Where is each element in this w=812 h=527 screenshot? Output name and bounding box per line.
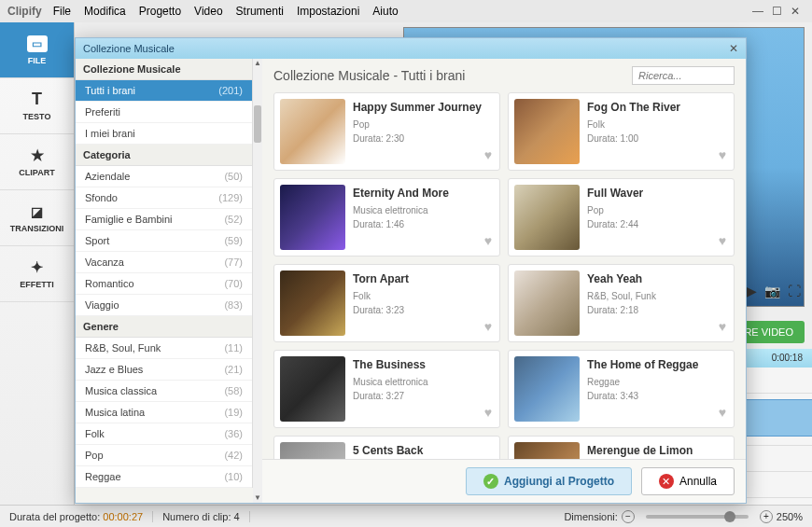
sidebar-item-latina[interactable]: Musica latina(19) (76, 402, 252, 423)
sidebar-item-favorites[interactable]: Preferiti (76, 102, 252, 123)
zoom-out-button[interactable]: − (622, 510, 635, 523)
favorite-icon[interactable]: ♥ (719, 233, 726, 248)
sidebar-scrollbar[interactable]: ▲ ▼ (253, 59, 262, 503)
sidebar-item-sport[interactable]: Sport(59) (76, 230, 252, 252)
track-card[interactable]: Eternity And MoreMusica elettronicaDurat… (273, 178, 500, 257)
sidebar-file-label: FILE (28, 56, 47, 65)
sidebar-tab-text[interactable]: TTESTO (0, 78, 74, 134)
sidebar-item-pop[interactable]: Pop(42) (76, 445, 252, 466)
track-card[interactable]: Happy Summer JourneyPopDurata: 2:30♥ (273, 92, 500, 171)
sidebar-tab-file[interactable]: ▭FILE (0, 22, 74, 78)
track-card[interactable]: Full WaverPopDurata: 2:44♥ (508, 178, 735, 257)
track-genre: Reggae (587, 375, 728, 389)
track-duration: Durata: 2:18 (587, 303, 728, 317)
scroll-down-arrow[interactable]: ▼ (253, 493, 262, 503)
track-title: Happy Summer Journey (353, 99, 494, 116)
track-genre: Pop (587, 203, 728, 217)
sidebar-item-reggae[interactable]: Reggae(10) (76, 466, 252, 488)
cancel-icon: ✕ (659, 474, 674, 489)
menubar: Clipify File Modifica Progetto Video Str… (0, 0, 812, 22)
zoom-in-button[interactable]: + (760, 510, 773, 523)
favorite-icon[interactable]: ♥ (484, 405, 492, 420)
modal-titlebar[interactable]: Collezione Musicale ✕ (76, 38, 746, 59)
sidebar-item-classical[interactable]: Musica classica(58) (76, 381, 252, 402)
maximize-button[interactable]: ☐ (767, 5, 786, 18)
sidebar-item-background[interactable]: Sfondo(129) (76, 187, 252, 209)
add-button-label: Aggiungi al Progetto (504, 475, 614, 488)
track-card[interactable]: The Home of ReggaeReggaeDurata: 3:43♥ (508, 350, 735, 428)
track-title: Full Waver (587, 185, 728, 201)
track-duration: Durata: 1:46 (353, 217, 494, 231)
sidebar-item-my-tracks[interactable]: I miei brani (76, 123, 252, 145)
track-genre: Folk (587, 118, 728, 132)
app-logo: Clipify (7, 5, 42, 18)
clip-count: Numero di clip: 4 (162, 511, 250, 522)
track-card[interactable]: Merengue de LimonMusica latina♥ (508, 436, 735, 459)
sidebar-item-folk[interactable]: Folk(36) (76, 423, 252, 445)
sidebar-section-genre: Genere (76, 316, 252, 338)
camera-icon[interactable]: 📷 (764, 284, 780, 298)
track-title: 5 Cents Back (353, 442, 494, 459)
favorite-icon[interactable]: ♥ (484, 233, 492, 248)
status-bar: Durata del progetto: 00:00:27 Numero di … (0, 505, 812, 527)
track-card[interactable]: Yeah YeahR&B, Soul, FunkDurata: 2:18♥ (508, 264, 735, 342)
favorite-icon[interactable]: ♥ (719, 319, 726, 334)
track-title: The Home of Reggae (587, 356, 728, 373)
search-input[interactable] (632, 66, 735, 85)
project-duration: Durata del progetto: 00:00:27 (9, 511, 153, 522)
favorite-icon[interactable]: ♥ (719, 147, 726, 162)
preview-controls: ▶ 📷 ⛶ (747, 284, 801, 298)
sidebar-item-jazz[interactable]: Jazz e Blues(21) (76, 359, 252, 381)
track-card[interactable]: Torn ApartFolkDurata: 3:23♥ (273, 264, 500, 342)
favorite-icon[interactable]: ♥ (719, 405, 726, 420)
track-card[interactable]: 5 Cents BackRock♥ (273, 436, 500, 459)
sidebar-item-business[interactable]: Aziendale(50) (76, 166, 252, 187)
sidebar-item-rnb[interactable]: R&B, Soul, Funk(11) (76, 338, 252, 359)
play-icon[interactable]: ▶ (747, 284, 757, 298)
menu-edit[interactable]: Modifica (84, 5, 126, 18)
menu-project[interactable]: Progetto (139, 5, 181, 18)
sidebar-item-romantic[interactable]: Romantico(70) (76, 273, 252, 295)
sidebar-tab-clipart[interactable]: ★CLIPART (0, 134, 74, 190)
track-card[interactable]: Fog On The RiverFolkDurata: 1:00♥ (508, 92, 735, 171)
menu-video[interactable]: Video (194, 5, 222, 18)
sidebar-tab-transitions[interactable]: ◪TRANSIZIONI (0, 190, 74, 246)
track-title: Yeah Yeah (587, 270, 728, 287)
modal-sidebar: Collezione Musicale Tutti i brani(201) P… (76, 59, 253, 488)
transitions-icon: ◪ (27, 203, 48, 220)
scroll-up-arrow[interactable]: ▲ (253, 59, 262, 68)
content-title: Collezione Musicale - Tutti i brani (273, 68, 465, 83)
sidebar-tab-effects[interactable]: ✦EFFETTI (0, 246, 74, 302)
minimize-button[interactable]: — (749, 5, 767, 18)
track-duration: Durata: 2:44 (587, 217, 728, 231)
track-card[interactable]: The BusinessMusica elettronicaDurata: 3:… (273, 350, 500, 428)
scroll-thumb[interactable] (254, 105, 261, 143)
menu-help[interactable]: Aiuto (372, 5, 398, 18)
track-title: Torn Apart (353, 270, 494, 287)
favorite-icon[interactable]: ♥ (484, 147, 492, 162)
cancel-button[interactable]: ✕Annulla (641, 467, 735, 495)
close-button[interactable]: ✕ (786, 5, 805, 18)
menu-file[interactable]: File (53, 5, 71, 18)
sidebar-item-vacation[interactable]: Vacanza(77) (76, 252, 252, 273)
favorite-icon[interactable]: ♥ (484, 319, 492, 334)
time-marker: 0:00:18 (772, 353, 803, 363)
menu-settings[interactable]: Impostazioni (297, 5, 359, 18)
sidebar-transitions-label: TRANSIZIONI (10, 224, 64, 233)
sidebar-item-family[interactable]: Famiglie e Bambini(52) (76, 209, 252, 230)
album-art (280, 442, 345, 459)
zoom-slider[interactable] (646, 515, 749, 519)
track-title: The Business (353, 356, 494, 373)
music-collection-modal: Collezione Musicale ✕ Collezione Musical… (75, 37, 747, 504)
fullscreen-icon[interactable]: ⛶ (788, 284, 801, 298)
modal-title-text: Collezione Musicale (83, 43, 175, 54)
menu-tools[interactable]: Strumenti (236, 5, 284, 18)
sidebar-item-travel[interactable]: Viaggio(83) (76, 295, 252, 316)
modal-close-button[interactable]: ✕ (729, 42, 738, 55)
zoom-value: 250% (777, 511, 803, 522)
sidebar-item-all-tracks[interactable]: Tutti i brani(201) (76, 80, 252, 102)
sidebar-section-category: Categoria (76, 145, 252, 166)
cancel-button-label: Annulla (679, 475, 717, 488)
tracks-grid: Happy Summer JourneyPopDurata: 2:30♥ Fog… (262, 92, 746, 459)
add-to-project-button[interactable]: ✓Aggiungi al Progetto (466, 467, 632, 495)
